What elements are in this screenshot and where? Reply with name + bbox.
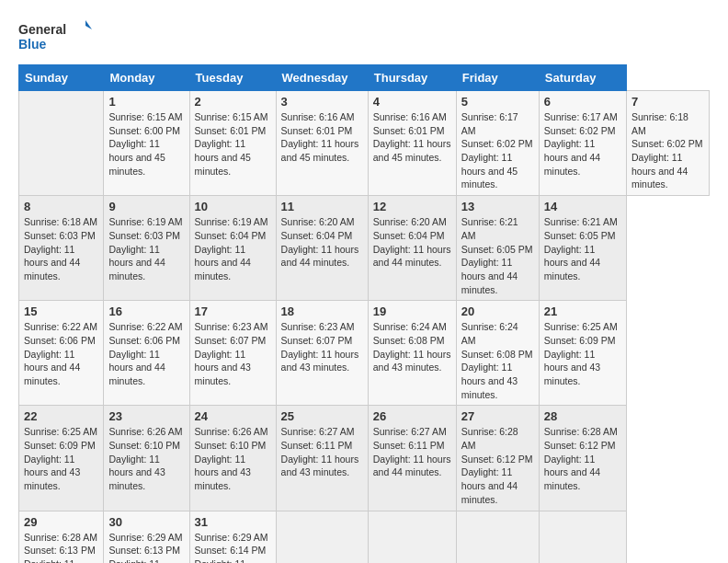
svg-marker-2 <box>85 20 92 29</box>
day-number: 25 <box>281 409 363 423</box>
day-cell-27: 27Sunrise: 6:28 AM Sunset: 6:12 PM Dayli… <box>456 406 539 511</box>
day-cell-16: 16Sunrise: 6:22 AM Sunset: 6:06 PM Dayli… <box>104 301 189 406</box>
day-info: Sunrise: 6:19 AM Sunset: 6:04 PM Dayligh… <box>195 215 271 282</box>
day-info: Sunrise: 6:21 AM Sunset: 6:05 PM Dayligh… <box>461 215 534 296</box>
day-number: 12 <box>373 200 451 213</box>
calendar-table: SundayMondayTuesdayWednesdayThursdayFrid… <box>18 64 710 563</box>
day-cell-19: 19Sunrise: 6:24 AM Sunset: 6:08 PM Dayli… <box>368 301 456 406</box>
day-info: Sunrise: 6:27 AM Sunset: 6:11 PM Dayligh… <box>281 425 363 479</box>
day-cell-2: 2Sunrise: 6:15 AM Sunset: 6:01 PM Daylig… <box>189 91 276 196</box>
day-cell-18: 18Sunrise: 6:23 AM Sunset: 6:07 PM Dayli… <box>276 301 368 406</box>
day-cell-24: 24Sunrise: 6:26 AM Sunset: 6:10 PM Dayli… <box>189 406 276 511</box>
day-number: 3 <box>281 95 363 109</box>
day-number: 16 <box>108 304 184 318</box>
day-cell-5: 5Sunrise: 6:17 AM Sunset: 6:02 PM Daylig… <box>456 91 539 196</box>
day-cell-22: 22Sunrise: 6:25 AM Sunset: 6:09 PM Dayli… <box>19 406 104 511</box>
day-info: Sunrise: 6:29 AM Sunset: 6:14 PM Dayligh… <box>195 531 271 564</box>
svg-text:Blue: Blue <box>18 37 47 52</box>
header-cell-tuesday: Tuesday <box>189 65 276 91</box>
day-cell-10: 10Sunrise: 6:19 AM Sunset: 6:04 PM Dayli… <box>189 196 276 301</box>
week-row-2: 8Sunrise: 6:18 AM Sunset: 6:03 PM Daylig… <box>19 196 710 301</box>
day-info: Sunrise: 6:24 AM Sunset: 6:08 PM Dayligh… <box>461 320 534 401</box>
day-info: Sunrise: 6:22 AM Sunset: 6:06 PM Dayligh… <box>24 320 98 387</box>
day-cell-26: 26Sunrise: 6:27 AM Sunset: 6:11 PM Dayli… <box>368 406 456 511</box>
header-cell-friday: Friday <box>456 65 539 91</box>
day-cell-28: 28Sunrise: 6:28 AM Sunset: 6:12 PM Dayli… <box>539 406 626 511</box>
day-cell-7: 7Sunrise: 6:18 AM Sunset: 6:02 PM Daylig… <box>626 91 709 196</box>
day-number: 7 <box>631 95 704 109</box>
day-info: Sunrise: 6:20 AM Sunset: 6:04 PM Dayligh… <box>373 215 451 270</box>
day-number: 19 <box>373 304 451 318</box>
day-number: 2 <box>195 95 271 109</box>
day-info: Sunrise: 6:27 AM Sunset: 6:11 PM Dayligh… <box>373 425 451 479</box>
day-info: Sunrise: 6:25 AM Sunset: 6:09 PM Dayligh… <box>24 425 98 492</box>
empty-cell <box>19 91 104 196</box>
day-info: Sunrise: 6:15 AM Sunset: 6:00 PM Dayligh… <box>108 110 184 178</box>
day-info: Sunrise: 6:26 AM Sunset: 6:10 PM Dayligh… <box>195 425 271 492</box>
day-cell-15: 15Sunrise: 6:22 AM Sunset: 6:06 PM Dayli… <box>19 301 104 406</box>
day-number: 5 <box>461 95 534 109</box>
day-info: Sunrise: 6:20 AM Sunset: 6:04 PM Dayligh… <box>281 215 363 270</box>
day-info: Sunrise: 6:28 AM Sunset: 6:12 PM Dayligh… <box>544 425 621 492</box>
day-number: 31 <box>195 515 271 529</box>
day-info: Sunrise: 6:16 AM Sunset: 6:01 PM Dayligh… <box>373 110 451 165</box>
day-cell-4: 4Sunrise: 6:16 AM Sunset: 6:01 PM Daylig… <box>368 91 456 196</box>
day-cell-empty <box>276 511 368 563</box>
day-cell-empty <box>456 511 539 563</box>
week-row-4: 22Sunrise: 6:25 AM Sunset: 6:09 PM Dayli… <box>19 406 710 511</box>
day-number: 29 <box>24 515 98 529</box>
day-info: Sunrise: 6:23 AM Sunset: 6:07 PM Dayligh… <box>281 320 363 374</box>
header-cell-monday: Monday <box>104 65 189 91</box>
header-cell-saturday: Saturday <box>539 65 626 91</box>
day-cell-31: 31Sunrise: 6:29 AM Sunset: 6:14 PM Dayli… <box>189 511 276 563</box>
week-row-5: 29Sunrise: 6:28 AM Sunset: 6:13 PM Dayli… <box>19 511 710 563</box>
day-info: Sunrise: 6:22 AM Sunset: 6:06 PM Dayligh… <box>108 320 184 387</box>
day-number: 14 <box>544 200 621 213</box>
day-number: 11 <box>281 200 363 213</box>
day-number: 8 <box>24 200 98 213</box>
day-info: Sunrise: 6:24 AM Sunset: 6:08 PM Dayligh… <box>373 320 451 374</box>
day-cell-23: 23Sunrise: 6:26 AM Sunset: 6:10 PM Dayli… <box>104 406 189 511</box>
logo: General Blue <box>18 18 92 55</box>
day-number: 30 <box>108 515 184 529</box>
day-cell-empty <box>539 511 626 563</box>
day-number: 24 <box>195 409 271 423</box>
day-number: 10 <box>195 200 271 213</box>
day-number: 17 <box>195 304 271 318</box>
day-cell-13: 13Sunrise: 6:21 AM Sunset: 6:05 PM Dayli… <box>456 196 539 301</box>
svg-text:General: General <box>18 22 66 37</box>
day-info: Sunrise: 6:19 AM Sunset: 6:03 PM Dayligh… <box>108 215 184 282</box>
day-cell-6: 6Sunrise: 6:17 AM Sunset: 6:02 PM Daylig… <box>539 91 626 196</box>
day-info: Sunrise: 6:21 AM Sunset: 6:05 PM Dayligh… <box>544 215 621 282</box>
day-cell-20: 20Sunrise: 6:24 AM Sunset: 6:08 PM Dayli… <box>456 301 539 406</box>
logo-svg: General Blue <box>18 18 92 55</box>
day-cell-25: 25Sunrise: 6:27 AM Sunset: 6:11 PM Dayli… <box>276 406 368 511</box>
day-number: 13 <box>461 200 534 213</box>
day-cell-3: 3Sunrise: 6:16 AM Sunset: 6:01 PM Daylig… <box>276 91 368 196</box>
day-cell-8: 8Sunrise: 6:18 AM Sunset: 6:03 PM Daylig… <box>19 196 104 301</box>
day-number: 1 <box>108 95 184 109</box>
day-cell-29: 29Sunrise: 6:28 AM Sunset: 6:13 PM Dayli… <box>19 511 104 563</box>
day-number: 28 <box>544 409 621 423</box>
week-row-3: 15Sunrise: 6:22 AM Sunset: 6:06 PM Dayli… <box>19 301 710 406</box>
day-cell-17: 17Sunrise: 6:23 AM Sunset: 6:07 PM Dayli… <box>189 301 276 406</box>
day-number: 27 <box>461 409 534 423</box>
day-number: 23 <box>108 409 184 423</box>
day-info: Sunrise: 6:26 AM Sunset: 6:10 PM Dayligh… <box>108 425 184 492</box>
day-cell-30: 30Sunrise: 6:29 AM Sunset: 6:13 PM Dayli… <box>104 511 189 563</box>
day-number: 4 <box>373 95 451 109</box>
day-number: 9 <box>108 200 184 213</box>
header-cell-wednesday: Wednesday <box>276 65 368 91</box>
week-row-1: 1Sunrise: 6:15 AM Sunset: 6:00 PM Daylig… <box>19 91 710 196</box>
day-cell-12: 12Sunrise: 6:20 AM Sunset: 6:04 PM Dayli… <box>368 196 456 301</box>
day-info: Sunrise: 6:17 AM Sunset: 6:02 PM Dayligh… <box>461 110 534 191</box>
day-cell-empty <box>368 511 456 563</box>
day-number: 18 <box>281 304 363 318</box>
header-cell-thursday: Thursday <box>368 65 456 91</box>
day-info: Sunrise: 6:16 AM Sunset: 6:01 PM Dayligh… <box>281 110 363 165</box>
day-cell-14: 14Sunrise: 6:21 AM Sunset: 6:05 PM Dayli… <box>539 196 626 301</box>
header: General Blue <box>18 18 710 55</box>
day-number: 22 <box>24 409 98 423</box>
day-info: Sunrise: 6:15 AM Sunset: 6:01 PM Dayligh… <box>195 110 271 178</box>
day-info: Sunrise: 6:17 AM Sunset: 6:02 PM Dayligh… <box>544 110 621 178</box>
